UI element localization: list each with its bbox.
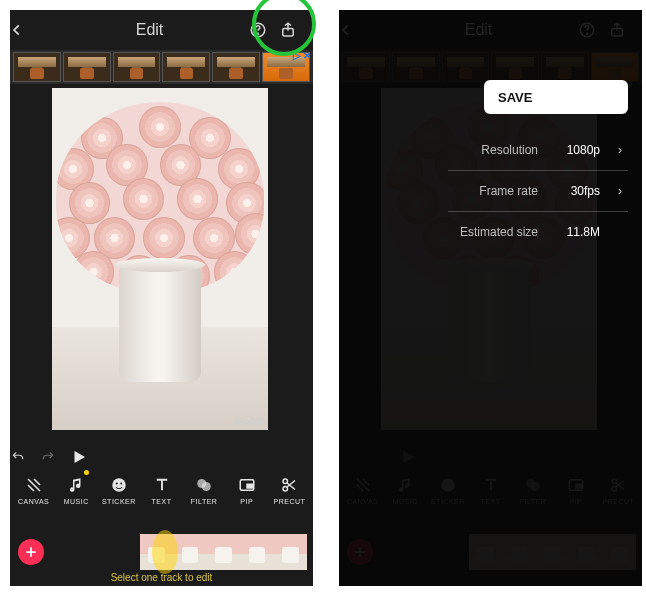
tool-pip[interactable]: PIP	[228, 474, 266, 505]
redo-button	[40, 450, 70, 464]
timeline-frame	[207, 534, 240, 570]
export-value: 11.8M	[556, 225, 600, 239]
export-row-resolution[interactable]: Resolution 1080p ›	[408, 130, 628, 170]
ad-thumb	[113, 52, 161, 82]
sticker-icon	[110, 474, 128, 496]
add-clip-button[interactable]	[18, 539, 44, 565]
video-preview[interactable]: InShot	[52, 88, 268, 430]
scissors-icon	[280, 474, 298, 496]
svg-point-8	[202, 482, 211, 491]
music-icon	[67, 474, 85, 496]
share-button[interactable]	[279, 21, 313, 39]
ad-thumb	[13, 52, 61, 82]
ad-thumb	[212, 52, 260, 82]
canvas-icon	[25, 474, 43, 496]
phone-editor: Edit ▷ ✕	[10, 10, 313, 586]
ad-strip[interactable]	[10, 50, 313, 84]
preview-vase	[119, 266, 201, 382]
tool-music[interactable]: MUSIC	[57, 474, 95, 505]
play-button[interactable]	[70, 448, 253, 466]
chevron-right-icon: ›	[618, 184, 628, 198]
ad-thumb	[63, 52, 111, 82]
pip-icon	[238, 474, 256, 496]
top-nav: Edit	[10, 10, 313, 50]
scrub-handle[interactable]	[152, 530, 178, 574]
tool-sticker[interactable]: STICKER	[100, 474, 138, 505]
save-button[interactable]: SAVE	[484, 80, 628, 114]
play-icon	[70, 448, 88, 466]
chevron-right-icon: ›	[618, 143, 628, 157]
tool-text[interactable]: TEXT	[143, 474, 181, 505]
undo-button[interactable]	[10, 450, 40, 464]
plus-icon	[24, 545, 38, 559]
svg-marker-3	[75, 451, 86, 463]
save-label: SAVE	[498, 90, 532, 105]
tool-filter[interactable]: FILTER	[185, 474, 223, 505]
ad-close-icon[interactable]: ✕	[303, 50, 311, 61]
export-label: Frame rate	[479, 184, 538, 198]
filter-icon	[195, 474, 213, 496]
svg-point-1	[258, 33, 259, 34]
export-row-framerate[interactable]: Frame rate 30fps ›	[408, 171, 628, 211]
help-icon	[249, 21, 267, 39]
timeline-hint: Select one track to edit	[10, 572, 313, 583]
watermark[interactable]: InShot	[235, 415, 264, 426]
export-settings: Resolution 1080p › Frame rate 30fps › Es…	[408, 130, 628, 252]
page-title: Edit	[50, 21, 249, 39]
svg-point-5	[116, 483, 118, 485]
back-button[interactable]	[10, 23, 50, 37]
ad-badge[interactable]: ▷ ✕	[293, 50, 311, 61]
svg-point-4	[112, 478, 126, 492]
share-icon	[279, 21, 297, 39]
svg-point-6	[120, 483, 122, 485]
timeline-frame	[274, 534, 307, 570]
redo-icon	[40, 450, 56, 464]
help-button[interactable]	[249, 21, 279, 39]
tool-row: CANVAS MUSIC STICKER TEXT FILTER PIP	[10, 474, 313, 530]
export-label: Resolution	[481, 143, 538, 157]
new-dot-icon	[84, 470, 89, 475]
split-screenshot: Edit ▷ ✕	[0, 0, 646, 598]
tool-precut[interactable]: PRECUT	[270, 474, 308, 505]
chevron-left-icon	[10, 23, 24, 37]
timeline-frame	[240, 534, 273, 570]
undo-icon	[10, 450, 26, 464]
svg-rect-10	[247, 484, 252, 488]
text-icon	[153, 474, 171, 496]
ad-thumb	[162, 52, 210, 82]
export-row-size: Estimated size 11.8M	[408, 212, 628, 252]
tool-canvas[interactable]: CANVAS	[15, 474, 53, 505]
phone-export: Edit InShot	[339, 10, 642, 586]
transport-row	[10, 444, 313, 470]
export-value: 30fps	[556, 184, 600, 198]
export-value: 1080p	[556, 143, 600, 157]
export-label: Estimated size	[460, 225, 538, 239]
ad-play-icon: ▷	[293, 50, 301, 61]
timeline-frame	[173, 534, 206, 570]
